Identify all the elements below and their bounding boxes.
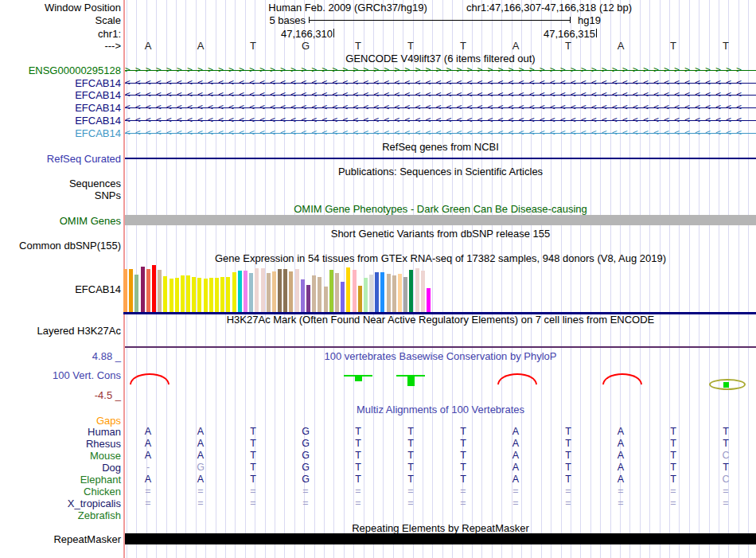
gencode-gene-line-6[interactable]: <<<<<<<<<<<<<<<<<<<<<<<<<<<<<<<<<<<<<<<<…	[125, 127, 756, 139]
repeatmasker-element-bar[interactable]	[125, 533, 756, 544]
gtex-bar-53[interactable]	[421, 271, 425, 312]
multiz-base-mouse-3: T	[250, 450, 256, 462]
gtex-bar-48[interactable]	[392, 275, 396, 312]
gtex-bar-38[interactable]	[335, 273, 339, 312]
refseq-curated-label[interactable]: RefSeq Curated	[47, 153, 121, 165]
gtex-bar-39[interactable]	[341, 282, 345, 312]
gtex-bar-31[interactable]	[295, 269, 299, 312]
gtex-bar-54[interactable]	[427, 288, 431, 312]
gtex-bar-33[interactable]	[306, 285, 310, 312]
multiz-species-label-chicken[interactable]: Chicken	[84, 486, 121, 498]
multiz-base-dog-4: G	[302, 462, 310, 474]
gencode-gene-line-4[interactable]: <<<<<<<<<<<<<<<<<<<<<<<<<<<<<<<<<<<<<<<<…	[125, 102, 756, 113]
phylop-positive-bar-2[interactable]	[355, 376, 362, 381]
gencode-gene-label-1[interactable]: ENSG00000295128	[29, 64, 121, 76]
multiz-base-rhesus-6: T	[407, 438, 414, 450]
gencode-gene-label-6[interactable]: EFCAB14	[75, 127, 121, 139]
gtex-bar-8[interactable]	[163, 276, 167, 312]
gtex-bar-21[interactable]	[238, 271, 242, 312]
multiz-species-label-dog[interactable]: Dog	[102, 462, 121, 474]
gtex-bar-7[interactable]	[158, 270, 162, 312]
gtex-bar-11[interactable]	[181, 275, 185, 312]
gtex-bar-18[interactable]	[220, 277, 224, 312]
gtex-bar-49[interactable]	[398, 274, 402, 312]
gtex-bar-5[interactable]	[146, 269, 150, 312]
gtex-bar-47[interactable]	[387, 274, 391, 312]
gtex-bar-25[interactable]	[261, 268, 265, 312]
phylop-positive-bar-3[interactable]	[407, 376, 415, 386]
repeatmasker-label[interactable]: RepeatMasker	[53, 533, 121, 545]
gtex-bar-12[interactable]	[186, 275, 190, 312]
gencode-gene-label-3[interactable]: EFCAB14	[75, 89, 121, 101]
gtex-bar-37[interactable]	[329, 270, 333, 312]
gtex-bar-34[interactable]	[312, 275, 316, 312]
gencode-gene-line-5[interactable]: <<<<<<<<<<<<<<<<<<<<<<<<<<<<<<<<<<<<<<<<…	[125, 115, 756, 126]
gencode-gene-line-3[interactable]: <<<<<<<<<<<<<<<<<<<<<<<<<<<<<<<<<<<<<<<<…	[125, 89, 756, 100]
gtex-bar-50[interactable]	[403, 277, 407, 312]
gtex-bar-13[interactable]	[192, 277, 196, 312]
multiz-species-label-gaps[interactable]: Gaps	[96, 415, 121, 427]
multiz-species-label-zebrafish[interactable]: Zebrafish	[78, 509, 121, 521]
gtex-bar-24[interactable]	[255, 268, 259, 312]
multiz-species-label-elephant[interactable]: Elephant	[80, 474, 121, 486]
gtex-bar-19[interactable]	[226, 277, 230, 312]
gtex-bar-23[interactable]	[249, 273, 253, 312]
gtex-bar-6[interactable]	[152, 265, 156, 312]
gtex-bar-52[interactable]	[415, 268, 419, 312]
gtex-bar-28[interactable]	[278, 269, 282, 312]
multiz-base-human-5: T	[355, 426, 361, 438]
gtex-gene-label[interactable]: EFCAB14	[75, 283, 121, 295]
gtex-bar-43[interactable]	[364, 278, 368, 312]
h3k27ac-signal-line[interactable]	[125, 346, 756, 348]
publications-sequences-label[interactable]: Sequences	[69, 178, 121, 189]
gtex-bar-29[interactable]	[283, 269, 287, 312]
gtex-bar-30[interactable]	[289, 271, 293, 312]
gencode-gene-label-5[interactable]: EFCAB14	[75, 115, 121, 127]
gtex-bar-40[interactable]	[346, 267, 350, 312]
multiz-species-label-rhesus[interactable]: Rhesus	[86, 438, 121, 450]
h3k27ac-label[interactable]: Layered H3K27Ac	[37, 325, 121, 337]
gtex-bar-17[interactable]	[215, 278, 219, 312]
gtex-bar-45[interactable]	[375, 272, 379, 312]
omim-genes-label[interactable]: OMIM Genes	[60, 215, 121, 227]
sequence-base-11: T	[670, 40, 676, 52]
gtex-bar-42[interactable]	[358, 286, 362, 312]
gtex-bar-15[interactable]	[204, 279, 208, 312]
phylop-oval-square-6[interactable]	[723, 382, 729, 388]
publications-snps-label[interactable]: SNPs	[95, 189, 121, 201]
gtex-bar-44[interactable]	[369, 275, 373, 312]
multiz-species-label-mouse[interactable]: Mouse	[90, 450, 121, 462]
phylop-track-label[interactable]: 100 Vert. Cons	[53, 369, 121, 381]
gencode-gene-label-4[interactable]: EFCAB14	[75, 102, 121, 114]
gtex-bar-16[interactable]	[209, 278, 213, 312]
gtex-bar-51[interactable]	[409, 270, 413, 312]
omim-gene-bar[interactable]	[125, 215, 756, 225]
gtex-bar-26[interactable]	[267, 273, 271, 312]
gtex-bar-3[interactable]	[134, 275, 138, 312]
gtex-bar-22[interactable]	[244, 271, 247, 312]
gencode-gene-label-2[interactable]: EFCAB14	[75, 77, 121, 89]
gtex-bar-2[interactable]	[129, 269, 133, 312]
gtex-bar-14[interactable]	[197, 278, 201, 312]
dbsnp-label[interactable]: Common dbSNP(155)	[19, 240, 121, 252]
gtex-bar-36[interactable]	[324, 287, 328, 312]
chromosome-row-label: chr1:	[98, 28, 121, 40]
gtex-bar-46[interactable]	[380, 272, 384, 312]
gencode-gene-line-2[interactable]: <<<<<<<<<<<<<<<<<<<<<<<<<<<<<<<<<<<<<<<<…	[125, 77, 756, 88]
multiz-species-label-human[interactable]: Human	[88, 426, 121, 438]
gtex-expression-bars[interactable]	[123, 264, 431, 312]
gtex-bar-41[interactable]	[353, 270, 357, 312]
refseq-gene-line[interactable]	[125, 158, 756, 159]
multiz-base-x_tropicalis-12: =	[723, 498, 728, 509]
gtex-bar-1[interactable]	[123, 269, 127, 312]
gencode-gene-line-1[interactable]: >>>>>>>>>>>>>>>>>>>>>>>>>>>>>>>>>>>>>>>>…	[125, 64, 756, 76]
gtex-bar-35[interactable]	[318, 277, 321, 312]
gtex-bar-32[interactable]	[301, 279, 305, 312]
gtex-bar-27[interactable]	[272, 271, 276, 312]
gtex-bar-9[interactable]	[170, 279, 173, 312]
multiz-base-mouse-9: T	[565, 450, 571, 462]
gtex-bar-10[interactable]	[175, 278, 179, 312]
multiz-species-label-x_tropicalis[interactable]: X_tropicalis	[68, 498, 121, 509]
gtex-bar-20[interactable]	[232, 272, 236, 312]
gtex-bar-4[interactable]	[141, 267, 145, 312]
